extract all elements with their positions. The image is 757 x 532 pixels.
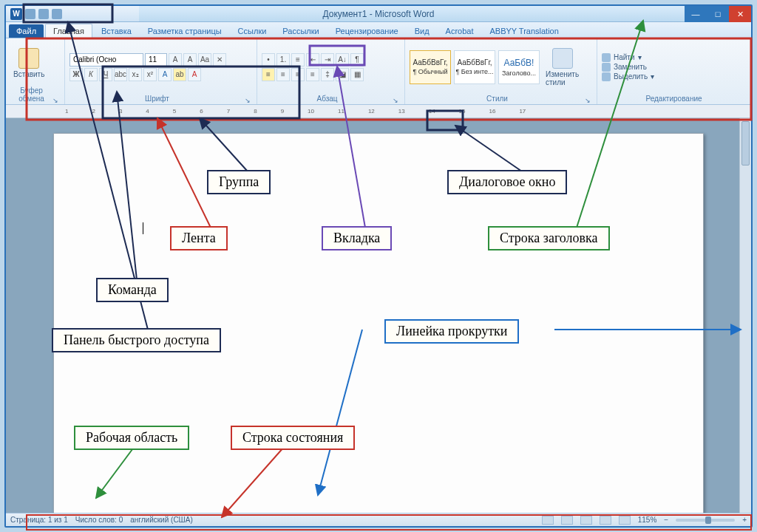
zoom-slider-thumb[interactable]: [705, 516, 711, 524]
callout-command: Команда: [96, 278, 169, 302]
italic-button[interactable]: К: [84, 68, 98, 81]
tab-acrobat[interactable]: Acrobat: [438, 24, 481, 38]
group-editing: Найти ▾ Заменить Выделить ▾ Редактирован…: [597, 38, 751, 104]
underline-button[interactable]: Ч: [99, 68, 112, 81]
styles-launcher-icon[interactable]: ↘: [585, 97, 592, 104]
text-cursor: [143, 222, 143, 234]
group-clipboard: Вставить Буфер обмена ↘: [6, 38, 65, 104]
replace-button[interactable]: Заменить: [602, 63, 654, 72]
horizontal-ruler[interactable]: 1 2 3 4 5 6 7 8 9 10 11 12 13 14 15 16 1…: [6, 105, 751, 118]
qat-undo-icon[interactable]: [38, 9, 49, 19]
window-title: Документ1 - Microsoft Word: [322, 9, 434, 19]
ribbon-tabs: Файл Главная Вставка Разметка страницы С…: [6, 22, 751, 38]
align-left-button[interactable]: ≡: [262, 68, 275, 81]
highlight-button[interactable]: ab: [173, 68, 186, 81]
tab-insert[interactable]: Вставка: [94, 24, 139, 38]
status-bar: Страница: 1 из 1 Число слов: 0 английски…: [6, 513, 751, 526]
callout-statusbar: Строка состояния: [231, 426, 355, 450]
indent-inc-button[interactable]: ⇥: [321, 53, 334, 66]
callout-ribbon: Лента: [170, 226, 228, 250]
maximize-button[interactable]: □: [707, 6, 729, 22]
callout-dialog: Диалоговое окно: [447, 170, 567, 194]
callout-workarea: Рабочая область: [74, 426, 189, 450]
minimize-button[interactable]: —: [685, 6, 707, 22]
select-icon: [602, 72, 611, 81]
font-name-combo[interactable]: Calibri (Осно: [69, 53, 143, 66]
sort-button[interactable]: A↓: [336, 53, 349, 66]
style-no-spacing[interactable]: АаБбВвГг, ¶ Без инте...: [454, 50, 495, 84]
style-heading1[interactable]: АаБбВ! Заголово...: [498, 50, 540, 84]
quick-access-toolbar[interactable]: W: [6, 6, 139, 22]
callout-group: Группа: [207, 170, 271, 194]
numbering-button[interactable]: 1.: [276, 53, 290, 66]
tab-references[interactable]: Ссылки: [231, 24, 274, 38]
paste-button[interactable]: Вставить: [10, 47, 47, 80]
view-fullscreen-button[interactable]: [561, 516, 573, 525]
tab-review[interactable]: Рецензирование: [328, 24, 406, 38]
bold-button[interactable]: Ж: [69, 68, 83, 81]
text-effects-button[interactable]: A: [158, 68, 172, 81]
show-marks-button[interactable]: ¶: [350, 53, 364, 66]
shading-button[interactable]: ◪: [336, 68, 349, 81]
tab-view[interactable]: Вид: [407, 24, 437, 38]
view-web-button[interactable]: [580, 516, 592, 525]
group-font: Calibri (Осно 11 A A Aa ✕ Ж К Ч abc x₂ x…: [65, 38, 257, 104]
callout-tab: Вкладка: [322, 226, 392, 250]
window-controls: — □ ✕: [685, 6, 751, 22]
select-button[interactable]: Выделить ▾: [602, 72, 654, 81]
word-app-icon: W: [10, 8, 22, 20]
callout-scrollbar: Линейка прокрутки: [384, 319, 519, 344]
paste-icon: [18, 48, 39, 69]
scrollbar-thumb[interactable]: [741, 121, 750, 166]
page[interactable]: [53, 133, 704, 513]
superscript-button[interactable]: x²: [143, 68, 157, 81]
tab-file[interactable]: Файл: [9, 24, 44, 38]
view-print-layout-button[interactable]: [542, 516, 554, 525]
font-color-button[interactable]: A: [188, 68, 201, 81]
grow-font-button[interactable]: A: [169, 53, 182, 66]
align-center-button[interactable]: ≡: [276, 68, 290, 81]
borders-button[interactable]: ▦: [350, 68, 364, 81]
change-styles-button[interactable]: Изменить стили: [543, 47, 582, 88]
paragraph-launcher-icon[interactable]: ↘: [393, 97, 400, 104]
view-draft-button[interactable]: [619, 516, 631, 525]
align-justify-button[interactable]: ≡: [306, 68, 319, 81]
zoom-out-button[interactable]: −: [664, 516, 668, 524]
change-case-button[interactable]: Aa: [198, 53, 211, 66]
callout-titlebar: Строка заголовка: [488, 226, 610, 250]
clipboard-launcher-icon[interactable]: ↘: [52, 97, 60, 104]
style-normal[interactable]: АаБбВвГг, ¶ Обычный: [410, 50, 451, 84]
group-styles: АаБбВвГг, ¶ Обычный АаБбВвГг, ¶ Без инте…: [405, 38, 597, 104]
subscript-button[interactable]: x₂: [129, 68, 142, 81]
zoom-value[interactable]: 115%: [638, 516, 657, 524]
status-words[interactable]: Число слов: 0: [75, 516, 123, 524]
tab-home[interactable]: Главная: [45, 24, 92, 38]
tab-abbyy[interactable]: ABBYY Translation: [483, 24, 566, 38]
font-size-combo[interactable]: 11: [145, 53, 167, 66]
shrink-font-button[interactable]: A: [183, 53, 197, 66]
group-paragraph: • 1. ≡ ⇤ ⇥ A↓ ¶ ≡ ≡ ≡ ≡ ‡ ◪: [257, 38, 405, 104]
tab-page-layout[interactable]: Разметка страницы: [140, 24, 229, 38]
qat-save-icon[interactable]: [25, 9, 35, 19]
indent-dec-button[interactable]: ⇤: [306, 53, 319, 66]
vertical-scrollbar[interactable]: [739, 118, 751, 513]
change-styles-icon: [552, 48, 573, 69]
ribbon: Вставить Буфер обмена ↘ Calibri (Осно 11…: [6, 38, 751, 105]
view-outline-button[interactable]: [600, 516, 611, 525]
find-button[interactable]: Найти ▾: [602, 53, 654, 62]
tab-mailings[interactable]: Рассылки: [275, 24, 326, 38]
bullets-button[interactable]: •: [262, 53, 275, 66]
clear-format-button[interactable]: ✕: [213, 53, 226, 66]
zoom-slider[interactable]: [676, 519, 735, 522]
multilevel-button[interactable]: ≡: [291, 53, 305, 66]
document-area[interactable]: [6, 118, 751, 513]
align-right-button[interactable]: ≡: [291, 68, 305, 81]
qat-redo-icon[interactable]: [52, 9, 62, 19]
status-language[interactable]: английский (США): [130, 516, 193, 524]
status-page[interactable]: Страница: 1 из 1: [10, 516, 68, 524]
line-spacing-button[interactable]: ‡: [321, 68, 334, 81]
font-launcher-icon[interactable]: ↘: [245, 97, 252, 104]
zoom-in-button[interactable]: +: [742, 516, 747, 524]
close-button[interactable]: ✕: [729, 6, 751, 22]
strike-button[interactable]: abc: [114, 68, 127, 81]
